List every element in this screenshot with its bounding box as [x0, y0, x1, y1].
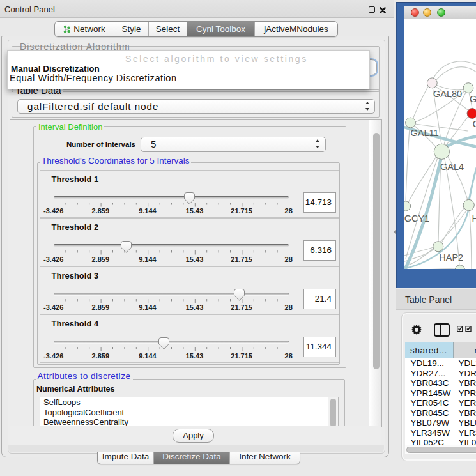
svg-text:CD: CD	[473, 118, 476, 128]
svg-text:GAL4: GAL4	[440, 161, 464, 171]
svg-text:GCY1: GCY1	[404, 213, 429, 223]
svg-text:HAP2: HAP2	[439, 252, 463, 263]
svg-text:GAL2: GAL2	[470, 93, 476, 104]
svg-text:GAL11: GAL11	[411, 127, 439, 137]
svg-text:HI: HI	[472, 213, 476, 223]
svg-text:GAL80: GAL80	[433, 89, 462, 99]
